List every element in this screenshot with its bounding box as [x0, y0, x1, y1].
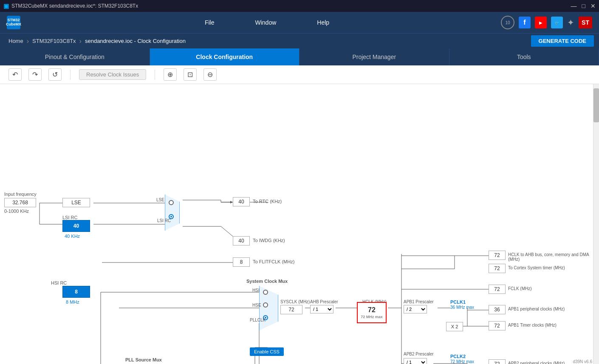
pll-source-mux-label: PLL Source Mux: [125, 357, 162, 362]
to-rtc-label: To RTC (KHz): [253, 199, 282, 204]
apb1-prescaler-label: APB1 Prescaler: [404, 299, 434, 304]
lse-lsi-mux[interactable]: [165, 195, 180, 231]
apb1-timer-out-box[interactable]: 72: [489, 321, 506, 330]
input-freq-top-range: 0-1000 KHz: [4, 209, 29, 214]
main-menu: File Window Help: [33, 17, 501, 28]
scrollbar-thumb[interactable]: [593, 88, 599, 122]
pllclk-sysclk-label: PLLCLK: [250, 318, 266, 322]
lsi-rc-label: LSI RC: [62, 215, 77, 220]
hsi-box[interactable]: 8: [62, 286, 90, 298]
menu-help[interactable]: Help: [314, 17, 333, 28]
badge-icon: 10: [501, 16, 514, 29]
tab-pinout[interactable]: Pinout & Configuration: [0, 48, 150, 65]
apb2-per-out-box[interactable]: 72: [489, 359, 506, 364]
lsi-khz-label: 40 KHz: [65, 234, 80, 239]
sysclk-label: SYSCLK (MHz): [280, 299, 310, 304]
breadcrumb-file-config: sendandrecieve.ioc - Clock Configuration: [82, 38, 189, 44]
app-logo: STM32CubeMX: [7, 16, 20, 29]
lsi-out-box[interactable]: 40: [233, 236, 250, 245]
resolve-clock-button[interactable]: Resolve Clock Issues: [79, 69, 146, 80]
redo-button[interactable]: ↷: [28, 68, 42, 81]
hsi-mhz-label: 8 MHz: [66, 299, 79, 305]
lse-box: LSE: [62, 198, 90, 207]
input-freq-top-box[interactable]: 32.768: [4, 198, 36, 207]
hsi-sysclk-label: HSI: [252, 288, 260, 293]
toolbar-separator-2: [155, 70, 155, 80]
maximize-button[interactable]: □: [582, 3, 585, 9]
pclk1-label: PCLK1: [450, 299, 466, 305]
apb1-prescaler-select[interactable]: / 2: [404, 305, 427, 313]
breadcrumb-bar: Home › STM32F103C8Tx › sendandrecieve.io…: [0, 33, 599, 48]
version-label: d39N v6.6: [573, 359, 592, 364]
system-clock-mux-label: System Clock Mux: [246, 279, 288, 284]
lsi-mux-label: LSI RC: [157, 218, 171, 223]
cortex-out-label: To Cortex System timer (MHz): [508, 265, 565, 270]
tab-project[interactable]: Project Manager: [300, 48, 449, 65]
flitfclk-box[interactable]: 8: [233, 257, 250, 267]
vertical-scrollbar[interactable]: [593, 84, 599, 364]
refresh-button[interactable]: ↺: [48, 68, 62, 81]
cortex-out-box[interactable]: 72: [489, 264, 506, 273]
app-icon: ▣: [3, 3, 9, 9]
lse-mux-label: LSE: [156, 198, 164, 202]
apb2-per-out-label: APB2 peripheral clocks (MHz): [508, 361, 565, 364]
hclk-ahb-out-box[interactable]: 72: [489, 251, 506, 260]
apb2-prescaler-select[interactable]: / 1: [404, 358, 427, 364]
st-logo: ST: [579, 17, 592, 28]
apb1-timer-out-label: APB1 Timer clocks (MHz): [508, 323, 557, 327]
apb1-per-out-box[interactable]: 36: [489, 305, 506, 314]
minimize-button[interactable]: —: [571, 3, 577, 9]
lse-out-box[interactable]: 40: [233, 197, 250, 206]
hclk-box[interactable]: 72 72 MHz max: [357, 302, 387, 323]
system-clock-mux[interactable]: [259, 286, 278, 330]
tab-clock[interactable]: Clock Configuration: [150, 48, 300, 65]
apb1-per-out-label: APB1 peripheral clocks (MHz): [508, 307, 565, 311]
breadcrumb-chip[interactable]: STM32F103C8Tx: [29, 38, 79, 44]
svg-line-10: [221, 226, 234, 237]
zoom-out-button[interactable]: ⊖: [203, 68, 217, 81]
pclk1-max-label: 36 MHz max: [450, 305, 474, 310]
input-freq-top-label: Input frequency: [4, 192, 37, 197]
lsi-box[interactable]: 40: [62, 220, 90, 232]
undo-button[interactable]: ↶: [8, 68, 22, 81]
menubar: STM32CubeMX File Window Help 10 f ▶ 🐦 ✦ …: [0, 12, 599, 33]
ahb-prescaler-label: AHB Prescaler: [310, 299, 338, 304]
twitter-icon[interactable]: 🐦: [551, 17, 563, 28]
network-icon[interactable]: ✦: [567, 17, 574, 28]
zoom-fit-button[interactable]: ⊡: [184, 68, 197, 81]
tab-bar: Pinout & Configuration Clock Configurati…: [0, 48, 599, 65]
menu-file[interactable]: File: [201, 17, 218, 28]
toolbar-separator: [70, 70, 71, 80]
tab-tools[interactable]: Tools: [449, 48, 599, 65]
hse-sysclk-label: HSE: [252, 303, 261, 308]
breadcrumb-home[interactable]: Home: [5, 38, 27, 44]
pclk2-max-label: 72 MHz max: [450, 359, 474, 364]
zoom-in-button[interactable]: ⊕: [164, 68, 177, 81]
ahb-prescaler-select[interactable]: / 1: [310, 305, 333, 313]
titlebar: ▣ STM32CubeMX sendandrecieve.ioc*: STM32…: [0, 0, 599, 12]
social-links: 10 f ▶ 🐦 ✦ ST: [501, 16, 592, 29]
pclk2-label: PCLK2: [450, 354, 466, 359]
generate-code-button[interactable]: GENERATE CODE: [531, 35, 594, 47]
apb2-prescaler-label: APB2 Prescaler: [404, 352, 434, 356]
hsi-rc-label: HSI RC: [51, 280, 67, 285]
hclk-ahb-out-label: HCLK to AHB bus, core, memory and DMA (M…: [508, 252, 593, 262]
fclk-out-label: FCLK (MHz): [508, 286, 532, 291]
window-title: STM32CubeMX sendandrecieve.ioc*: STM32F1…: [11, 3, 138, 9]
close-button[interactable]: ✕: [591, 3, 596, 9]
toolbar: ↶ ↷ ↺ Resolve Clock Issues ⊕ ⊡ ⊖: [0, 65, 599, 84]
enable-css-button[interactable]: Enable CSS: [250, 347, 284, 356]
youtube-icon[interactable]: ▶: [535, 17, 547, 28]
sysclk-box[interactable]: 72: [280, 305, 302, 314]
apb1-x2-box[interactable]: X 2: [446, 322, 463, 331]
to-flitfclk-label: To FLITFCLK (MHz): [253, 259, 294, 264]
facebook-icon[interactable]: f: [519, 17, 531, 28]
clock-diagram-area: Input frequency 32.768 0-1000 KHz LSE LS…: [0, 84, 599, 364]
menu-window[interactable]: Window: [251, 17, 280, 28]
to-iwdg-label: To IWDG (KHz): [253, 238, 285, 243]
fclk-out-box[interactable]: 72: [489, 285, 506, 294]
